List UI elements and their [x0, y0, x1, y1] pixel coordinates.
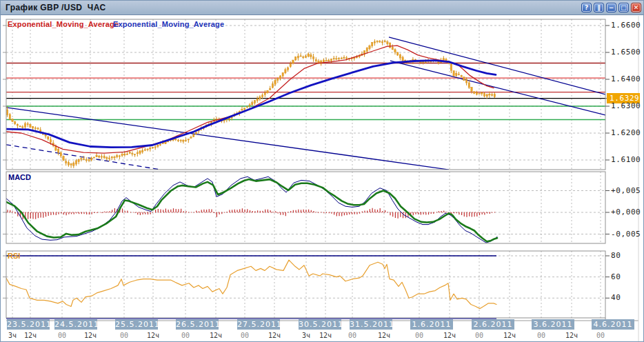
help-button[interactable]: ?	[581, 3, 592, 12]
date-badge: 3.6.2011	[532, 319, 574, 330]
hour-tick-label: 12ч	[84, 332, 97, 339]
macd-panel	[6, 177, 497, 243]
candles-series	[6, 39, 495, 168]
legend-ema-blue[interactable]: Exponential_Moving_Average	[113, 20, 224, 28]
hour-tick-label: 12ч	[147, 332, 159, 339]
chart-window: График GBP /USD ЧАС ?∥−□✕ Exponential_Mo…	[0, 0, 644, 342]
price-axis-label: 1.6600	[611, 21, 641, 30]
date-badge: 31.5.2011	[350, 319, 392, 330]
macd-histogram	[8, 208, 495, 219]
hour-tick-label: 00	[348, 332, 356, 339]
macd-axis-label: -0,005	[611, 230, 641, 239]
chart-client-area[interactable]: Exponential_Moving_Average Exponential_M…	[1, 15, 644, 342]
legend-ema-red[interactable]: Exponential_Moving_Average	[8, 20, 119, 28]
rsi-axis-label: 80	[611, 251, 621, 260]
hour-tick-label: 12ч	[268, 332, 281, 339]
date-badge: 1.6.2011	[410, 319, 453, 330]
macd-panel-label: MACD	[8, 173, 31, 181]
macd-axis-label: +0,000	[611, 208, 641, 217]
hour-tick-label: 00	[537, 332, 545, 339]
window-buttons: ?∥−□✕	[581, 3, 641, 12]
close-button[interactable]: ✕	[631, 3, 641, 12]
price-axis-label: 1.6500	[611, 48, 641, 57]
chart-canvas	[1, 15, 644, 342]
hour-tick-label: 12ч	[503, 332, 516, 339]
hour-tick-label: 3ч	[8, 332, 17, 339]
hour-tick-label: 00	[181, 332, 190, 339]
rsi-axis-label: 60	[611, 272, 621, 281]
price-axis-label: 1.6200	[611, 128, 641, 137]
date-badge: 2.6.2011	[472, 319, 514, 330]
hour-tick-label: 00	[415, 332, 423, 339]
price-axis-label: 1.6100	[611, 155, 641, 164]
price-axis-label: 1.6300	[611, 101, 641, 110]
hour-tick-label: 00	[58, 332, 66, 339]
rsi-axis-label: 40	[611, 293, 621, 302]
rsi-panel-label: RSI	[8, 252, 20, 260]
hour-tick-label: 3ч	[302, 332, 310, 339]
date-badge: 25.5.2011	[115, 319, 158, 330]
date-badge: 30.5.2011	[299, 319, 341, 330]
titlebar[interactable]: График GBP /USD ЧАС ?∥−□✕	[1, 1, 643, 15]
pause-button[interactable]: ∥	[594, 3, 604, 12]
hour-tick-label: 12ч	[443, 332, 456, 339]
date-badge: 24.5.2011	[54, 319, 97, 330]
maximize-button[interactable]: □	[618, 3, 629, 12]
hour-tick-label: 00	[241, 332, 249, 339]
price-axis-label: 1.6400	[611, 74, 641, 83]
hour-tick-label: 12ч	[24, 332, 37, 339]
window-title: График GBP /USD ЧАС	[6, 3, 106, 12]
hour-tick-label: 12ч	[565, 332, 578, 339]
hour-tick-label: 00	[596, 332, 605, 339]
date-badge: 23.5.2011	[7, 319, 50, 330]
date-badge: 4.6.2011	[592, 319, 634, 330]
macd-axis-label: +0,005	[611, 186, 641, 195]
hour-tick-label: 12ч	[210, 332, 222, 339]
date-badge: 26.5.2011	[176, 319, 219, 330]
hour-tick-label: 00	[475, 332, 483, 339]
hour-tick-label: 12ч	[378, 332, 390, 339]
date-badge: 27.5.2011	[237, 319, 280, 330]
rsi-panel	[6, 256, 496, 309]
hour-tick-label: 00	[120, 332, 128, 339]
minimize-button[interactable]: −	[606, 3, 616, 12]
hour-tick-label: 12ч	[319, 332, 332, 339]
panel-grid	[3, 251, 605, 318]
